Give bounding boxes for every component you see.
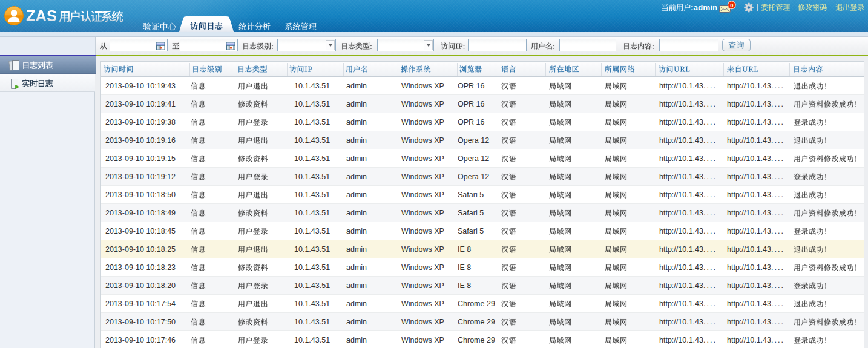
svg-text:0: 0 <box>730 2 733 8</box>
